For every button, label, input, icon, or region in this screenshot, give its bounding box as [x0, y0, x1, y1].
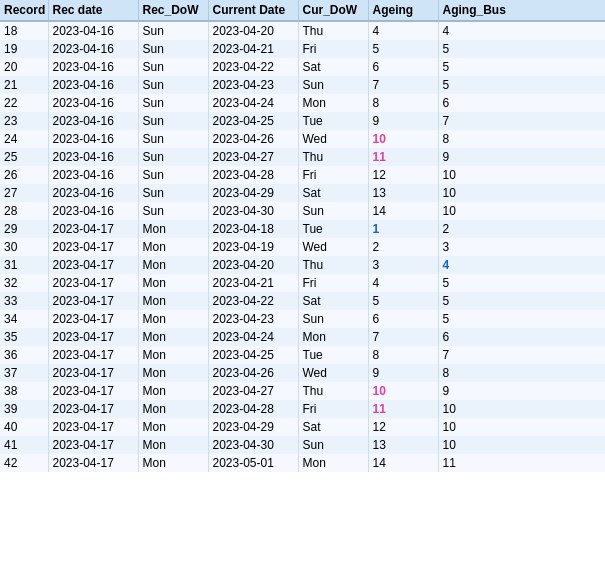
table-row: 342023-04-17Mon2023-04-23Sun65 [0, 310, 605, 328]
cell-recdow: Mon [138, 346, 208, 364]
cell-record: 24 [0, 130, 48, 148]
cell-ageing: 12 [368, 166, 438, 184]
cell-recdate: 2023-04-16 [48, 148, 138, 166]
cell-recdow: Mon [138, 274, 208, 292]
table-row: 242023-04-16Sun2023-04-26Wed108 [0, 130, 605, 148]
cell-record: 26 [0, 166, 48, 184]
cell-ageing: 7 [368, 76, 438, 94]
table-row: 262023-04-16Sun2023-04-28Fri1210 [0, 166, 605, 184]
cell-record: 21 [0, 76, 48, 94]
cell-record: 30 [0, 238, 48, 256]
table-row: 412023-04-17Mon2023-04-30Sun1310 [0, 436, 605, 454]
cell-recdow: Sun [138, 184, 208, 202]
cell-record: 38 [0, 382, 48, 400]
cell-record: 23 [0, 112, 48, 130]
table-header: RecordRec dateRec_DoWCurrent DateCur_DoW… [0, 0, 605, 21]
cell-ageing: 6 [368, 58, 438, 76]
col-header-curDate: Current Date [208, 0, 298, 21]
cell-record: 34 [0, 310, 48, 328]
col-header-recDoW: Rec_DoW [138, 0, 208, 21]
cell-agingbus: 5 [438, 76, 605, 94]
cell-curdow: Sat [298, 292, 368, 310]
cell-curdate: 2023-04-19 [208, 238, 298, 256]
cell-ageing: 8 [368, 94, 438, 112]
cell-recdow: Mon [138, 418, 208, 436]
table-row: 222023-04-16Sun2023-04-24Mon86 [0, 94, 605, 112]
cell-agingbus: 3 [438, 238, 605, 256]
cell-recdate: 2023-04-17 [48, 382, 138, 400]
cell-curdate: 2023-04-28 [208, 166, 298, 184]
table-row: 202023-04-16Sun2023-04-22Sat65 [0, 58, 605, 76]
cell-recdow: Sun [138, 148, 208, 166]
cell-recdate: 2023-04-17 [48, 346, 138, 364]
cell-curdow: Tue [298, 220, 368, 238]
table-row: 232023-04-16Sun2023-04-25Tue97 [0, 112, 605, 130]
table-row: 322023-04-17Mon2023-04-21Fri45 [0, 274, 605, 292]
cell-agingbus: 7 [438, 346, 605, 364]
cell-recdow: Sun [138, 166, 208, 184]
cell-curdate: 2023-04-29 [208, 184, 298, 202]
cell-curdow: Thu [298, 148, 368, 166]
cell-recdow: Sun [138, 76, 208, 94]
cell-recdate: 2023-04-17 [48, 436, 138, 454]
cell-record: 28 [0, 202, 48, 220]
cell-ageing: 2 [368, 238, 438, 256]
cell-curdow: Tue [298, 112, 368, 130]
table-row: 382023-04-17Mon2023-04-27Thu109 [0, 382, 605, 400]
cell-curdow: Sun [298, 202, 368, 220]
cell-recdow: Mon [138, 292, 208, 310]
cell-recdow: Sun [138, 40, 208, 58]
table-row: 352023-04-17Mon2023-04-24Mon76 [0, 328, 605, 346]
cell-curdow: Thu [298, 256, 368, 274]
cell-ageing: 14 [368, 202, 438, 220]
cell-curdow: Fri [298, 166, 368, 184]
cell-record: 33 [0, 292, 48, 310]
cell-agingbus: 7 [438, 112, 605, 130]
table-row: 302023-04-17Mon2023-04-19Wed23 [0, 238, 605, 256]
cell-recdate: 2023-04-16 [48, 21, 138, 40]
table-row: 292023-04-17Mon2023-04-18Tue12 [0, 220, 605, 238]
col-header-ageing: Ageing [368, 0, 438, 21]
col-header-curDoW: Cur_DoW [298, 0, 368, 21]
table-row: 422023-04-17Mon2023-05-01Mon1411 [0, 454, 605, 472]
cell-curdow: Thu [298, 21, 368, 40]
cell-ageing: 9 [368, 364, 438, 382]
cell-recdate: 2023-04-17 [48, 400, 138, 418]
table-row: 282023-04-16Sun2023-04-30Sun1410 [0, 202, 605, 220]
cell-record: 25 [0, 148, 48, 166]
cell-agingbus: 10 [438, 166, 605, 184]
cell-agingbus: 9 [438, 148, 605, 166]
cell-agingbus: 10 [438, 436, 605, 454]
cell-curdow: Sun [298, 310, 368, 328]
cell-agingbus: 5 [438, 292, 605, 310]
cell-recdow: Mon [138, 364, 208, 382]
table-row: 362023-04-17Mon2023-04-25Tue87 [0, 346, 605, 364]
cell-record: 42 [0, 454, 48, 472]
cell-curdate: 2023-04-23 [208, 310, 298, 328]
cell-ageing: 8 [368, 346, 438, 364]
cell-recdate: 2023-04-17 [48, 454, 138, 472]
cell-ageing: 14 [368, 454, 438, 472]
cell-curdate: 2023-04-20 [208, 256, 298, 274]
cell-curdow: Mon [298, 328, 368, 346]
cell-curdate: 2023-04-26 [208, 364, 298, 382]
cell-ageing: 5 [368, 40, 438, 58]
cell-curdate: 2023-04-21 [208, 40, 298, 58]
cell-recdate: 2023-04-16 [48, 166, 138, 184]
cell-curdow: Sun [298, 436, 368, 454]
cell-ageing: 10 [368, 382, 438, 400]
cell-recdate: 2023-04-16 [48, 40, 138, 58]
cell-recdate: 2023-04-16 [48, 184, 138, 202]
cell-recdow: Mon [138, 256, 208, 274]
cell-curdate: 2023-04-28 [208, 400, 298, 418]
cell-recdate: 2023-04-16 [48, 76, 138, 94]
cell-curdate: 2023-04-29 [208, 418, 298, 436]
cell-curdate: 2023-04-18 [208, 220, 298, 238]
cell-recdow: Mon [138, 436, 208, 454]
cell-record: 19 [0, 40, 48, 58]
table-row: 332023-04-17Mon2023-04-22Sat55 [0, 292, 605, 310]
cell-curdow: Fri [298, 40, 368, 58]
table-row: 312023-04-17Mon2023-04-20Thu34 [0, 256, 605, 274]
cell-curdow: Wed [298, 364, 368, 382]
cell-agingbus: 5 [438, 40, 605, 58]
